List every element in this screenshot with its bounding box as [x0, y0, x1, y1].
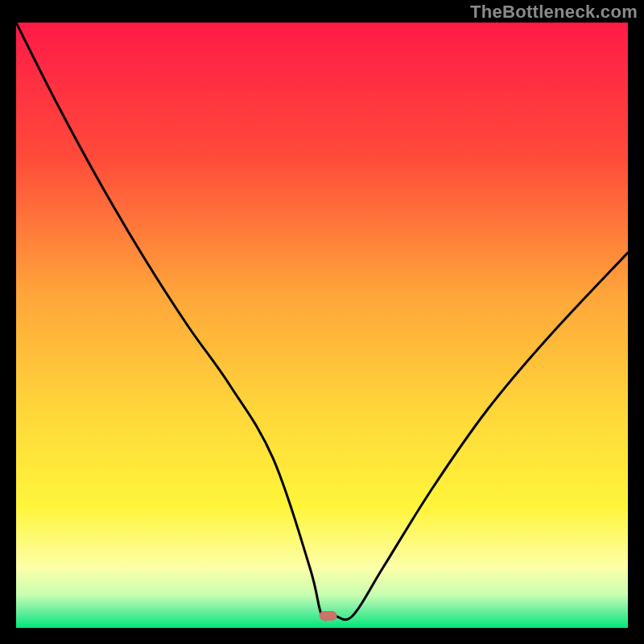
chart-frame: TheBottleneck.com — [0, 0, 644, 644]
optimal-marker — [320, 611, 337, 621]
bottleneck-chart — [0, 0, 644, 644]
watermark-text: TheBottleneck.com — [470, 2, 638, 23]
plot-background — [16, 23, 628, 628]
